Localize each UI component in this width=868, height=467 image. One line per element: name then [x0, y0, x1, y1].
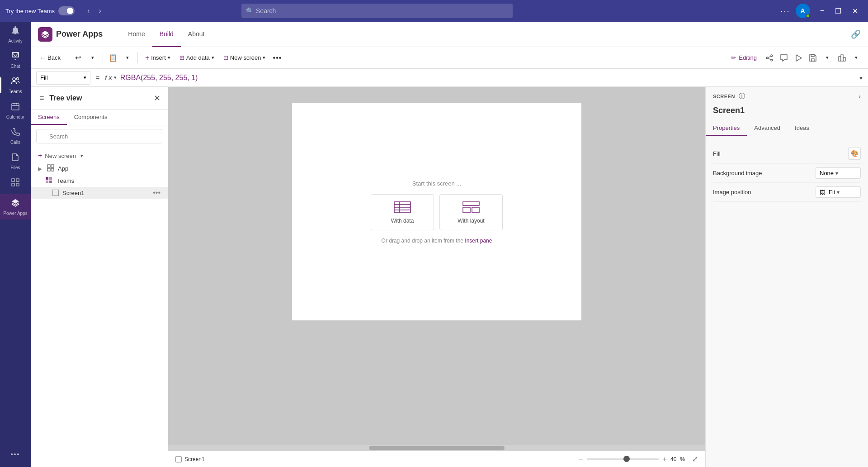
external-link-icon[interactable]: 🔗 [851, 29, 861, 39]
svg-rect-21 [46, 177, 48, 180]
new-screen-plus-icon: + [38, 152, 42, 160]
editing-button[interactable]: ✏ Editing [726, 52, 761, 63]
grid-icon [10, 177, 20, 190]
pa-nav-about[interactable]: About [181, 22, 212, 47]
sidebar-item-grid[interactable] [0, 174, 31, 194]
sidebar-item-teams[interactable]: Teams [0, 72, 31, 98]
toolbar-divider-1 [68, 52, 68, 63]
pencil-icon: ✏ [731, 54, 736, 61]
toolbar-more-button[interactable]: ••• [271, 52, 283, 64]
pa-nav-home[interactable]: Home [121, 22, 152, 47]
canvas-drag-text: Or drag and drop an item from the Insert… [382, 238, 492, 244]
maximize-button[interactable]: ❐ [830, 5, 846, 17]
right-panel-expand-button[interactable]: › [859, 93, 861, 100]
bg-image-dropdown[interactable]: None ▾ [816, 167, 861, 179]
titlebar-nav: ‹ › [84, 5, 105, 17]
search-input[interactable] [241, 4, 513, 18]
with-data-icon [393, 200, 411, 214]
tree-tab-screens[interactable]: Screens [31, 110, 67, 125]
share-dropdown[interactable]: ▾ [850, 52, 863, 64]
new-screen-tree-button[interactable]: + New screen ▾ [31, 149, 168, 162]
back-button[interactable]: ← Back [36, 51, 64, 65]
image-position-value: Fit [829, 189, 835, 195]
nav-back-button[interactable]: ‹ [84, 5, 93, 17]
insert-button[interactable]: + Insert ▾ [142, 51, 174, 65]
bg-image-label: Background image [713, 170, 816, 176]
undo-button[interactable]: ↩ [72, 52, 85, 64]
save-button[interactable] [807, 52, 819, 64]
share-button[interactable] [835, 52, 848, 64]
tree-item-app[interactable]: ▶ App [31, 162, 168, 175]
tree-title: Tree view [49, 94, 150, 102]
zoom-plus-button[interactable]: + [663, 455, 667, 463]
svg-rect-12 [811, 59, 814, 61]
formula-expand-chevron[interactable]: ▾ [859, 74, 863, 81]
paste-button[interactable]: 📋 [107, 52, 119, 64]
canvas-scroll-area[interactable]: Start this screen ... [168, 87, 705, 445]
minimize-button[interactable]: − [816, 5, 829, 17]
pa-nav-build[interactable]: Build [152, 22, 181, 47]
tree-item-screen1[interactable]: Screen1 ••• [31, 187, 168, 199]
add-data-button[interactable]: ⊞ Add data ▾ [176, 51, 218, 65]
sidebar-item-files[interactable]: Files [0, 148, 31, 174]
sidebar-item-calls[interactable]: Calls [0, 123, 31, 148]
fullscreen-button[interactable]: ⤢ [692, 455, 698, 463]
zoom-slider-thumb [623, 456, 630, 462]
sidebar-item-activity[interactable]: Activity [0, 22, 31, 47]
try-teams-toggle[interactable] [58, 6, 75, 15]
right-tab-advanced[interactable]: Advanced [747, 121, 788, 136]
fill-selector-chevron: ▾ [84, 75, 86, 81]
zoom-minus-button[interactable]: − [579, 455, 583, 463]
canvas-option-with-data[interactable]: With data [371, 194, 434, 230]
save-dropdown[interactable]: ▾ [821, 52, 834, 64]
undo-dropdown[interactable]: ▾ [86, 52, 99, 64]
pa-header-right: 🔗 [851, 29, 861, 39]
svg-marker-11 [796, 55, 802, 61]
close-button[interactable]: ✕ [848, 5, 863, 17]
sidebar-item-calendar[interactable]: Calendar [0, 98, 31, 123]
bg-image-value: None [820, 170, 834, 176]
lower-area: ≡ Tree view ✕ Screens Components 🔍 [31, 87, 868, 467]
canvas-option-with-layout[interactable]: With layout [439, 194, 503, 230]
formula-bar: Fill ▾ = f x ▾ RGBA(255, 255, 255, 1) ▾ [31, 69, 868, 87]
sidebar-item-more[interactable]: ••• [0, 447, 31, 462]
image-position-dropdown[interactable]: 🖼 Fit ▾ [816, 186, 861, 198]
comment-button[interactable] [778, 52, 790, 64]
right-tab-ideas[interactable]: Ideas [788, 121, 816, 136]
tree-hamburger-icon[interactable]: ≡ [38, 92, 46, 104]
new-screen-button[interactable]: ⊡ New screen ▾ [220, 51, 269, 65]
formula-fx-button[interactable]: f x ▾ [105, 74, 117, 81]
new-screen-icon: ⊡ [223, 54, 228, 61]
insert-pane-link[interactable]: Insert pane [465, 238, 492, 244]
help-icon[interactable]: ⓘ [739, 92, 745, 100]
fill-color-swatch[interactable]: 🎨 [848, 147, 861, 160]
zoom-slider[interactable] [587, 458, 659, 460]
image-position-chevron: ▾ [837, 189, 840, 195]
tree-search-input[interactable] [36, 129, 162, 143]
right-tab-properties[interactable]: Properties [706, 121, 747, 136]
canvas-zoom-controls: − + 40 % ⤢ [579, 455, 698, 463]
canvas-horizontal-scrollbar[interactable] [168, 445, 705, 451]
nav-forward-button[interactable]: › [95, 5, 104, 17]
insert-plus-icon: + [145, 54, 149, 62]
screen1-more-button[interactable]: ••• [153, 189, 160, 197]
sidebar-item-chat[interactable]: Chat [0, 47, 31, 72]
titlebar-more-button[interactable]: ··· [781, 6, 790, 16]
connection-icon-button[interactable] [763, 52, 776, 64]
paint-icon: 🎨 [851, 150, 859, 157]
sidebar-item-powerapps[interactable]: Power Apps [0, 194, 31, 219]
svg-rect-14 [839, 57, 841, 61]
fx-label: x [109, 74, 112, 81]
fill-property-selector[interactable]: Fill ▾ [36, 71, 90, 85]
tree-item-teams[interactable]: Teams [31, 175, 168, 187]
screen-checkbox[interactable] [175, 456, 182, 462]
avatar[interactable]: A [796, 4, 810, 18]
paste-dropdown[interactable]: ▾ [121, 52, 134, 64]
play-button[interactable] [792, 52, 805, 64]
svg-rect-32 [472, 207, 479, 213]
add-data-dropdown-icon: ▾ [212, 55, 214, 61]
canvas-screen-name: Screen1 [184, 456, 205, 462]
sidebar-item-calendar-label: Calendar [6, 114, 25, 119]
tree-close-button[interactable]: ✕ [154, 93, 160, 103]
tree-tab-components[interactable]: Components [67, 110, 115, 125]
